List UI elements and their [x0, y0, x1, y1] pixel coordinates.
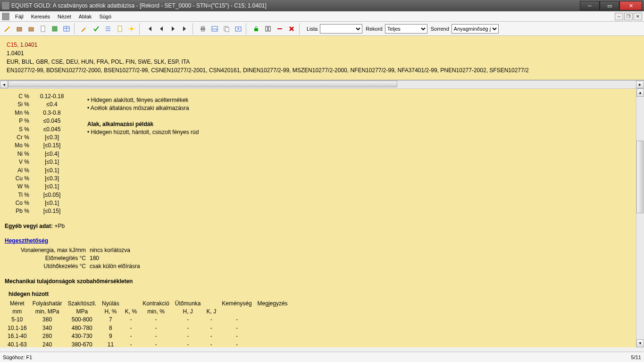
mech-header-cell: [122, 300, 140, 308]
menu-kereses[interactable]: Keresés: [27, 12, 54, 21]
doc-icon[interactable]: [37, 23, 49, 34]
mdi-restore-button[interactable]: ❐: [624, 13, 633, 20]
mech-cell: -: [219, 341, 254, 347]
mech-header-cell: Szakítószil.: [65, 300, 99, 308]
vscroll-up-button[interactable]: ▲: [636, 89, 644, 97]
menu-fajl[interactable]: Fájl: [11, 12, 27, 21]
mech-cell: 340: [30, 324, 65, 332]
chem-element: Mo %: [5, 142, 33, 150]
svg-rect-19: [201, 30, 204, 31]
mech-header-cell: K, J: [204, 308, 219, 316]
rekord-label: Rekord: [366, 26, 382, 32]
menu-nezet[interactable]: Nézet: [54, 12, 75, 21]
book-icon[interactable]: [49, 23, 60, 34]
mech-cell: -: [122, 316, 140, 324]
vscroll-track[interactable]: [636, 97, 644, 339]
minus-icon[interactable]: [274, 23, 285, 34]
mech-cell: -: [204, 316, 219, 324]
hscroll-left-button[interactable]: ◄: [0, 81, 8, 88]
status-right: 5/11: [631, 354, 641, 360]
mech-header-row: MéretFolyáshatárSzakítószil.NyúlásKontra…: [5, 300, 291, 308]
header-hscrollbar[interactable]: ◄ ►: [0, 80, 644, 89]
box2-icon[interactable]: [25, 23, 37, 34]
svg-text:HTM: HTM: [212, 28, 217, 31]
maximize-button[interactable]: ▭: [600, 1, 619, 10]
svg-point-0: [8, 26, 10, 28]
other-chem-value: +Pb: [53, 223, 65, 229]
list-icon[interactable]: [102, 23, 114, 34]
nav-first-icon[interactable]: [144, 23, 155, 34]
chem-row: Al %[≤0.1]: [5, 167, 71, 175]
mech-cell: -: [172, 324, 204, 332]
box-icon[interactable]: [14, 23, 25, 34]
mdi-icon: [2, 13, 9, 20]
chem-row: Cr %[≤0.3]: [5, 134, 71, 142]
chem-row: P %≤0.045: [5, 117, 71, 125]
rekord-select[interactable]: Teljes: [385, 24, 427, 34]
svg-rect-18: [201, 26, 204, 28]
mech-cell: -: [140, 316, 172, 324]
hscroll-thumb[interactable]: [8, 81, 397, 87]
menubar: Fájl Keresés Nézet Ablak Súgó ─ ❐ ✕: [0, 11, 644, 22]
chem-row: Si %≤0.4: [5, 101, 71, 109]
chem-value: [≤0.4]: [33, 150, 71, 158]
copy-icon[interactable]: [221, 23, 232, 34]
print-icon[interactable]: [197, 23, 209, 34]
chemistry-table: C %0.12-0.18Si %≤0.4Mn %0.3-0.8P %≤0.045…: [5, 93, 71, 216]
menu-ablak[interactable]: Ablak: [75, 12, 96, 21]
wand2-icon[interactable]: [79, 23, 90, 34]
sorrend-select[interactable]: Anyagminőség je: [452, 24, 499, 34]
html-icon[interactable]: HTM: [209, 23, 220, 34]
lista-select[interactable]: [320, 24, 362, 34]
mech-cell: -: [219, 316, 254, 324]
mech-header-cell: H, %: [99, 308, 122, 316]
header-standards: EN10277/2-99, BDSEN10277/2-2000, BSEN102…: [7, 66, 637, 75]
check-icon[interactable]: [91, 23, 102, 34]
doc2-icon[interactable]: [114, 23, 125, 34]
vscroll-down-button[interactable]: ▼: [636, 339, 644, 347]
close-button[interactable]: ✕: [619, 1, 642, 10]
chem-value: [≤0.1]: [33, 199, 71, 207]
weld-r1-value: nincs korlátozva: [90, 246, 140, 254]
lock-icon[interactable]: [251, 23, 262, 34]
hscroll-track[interactable]: [8, 81, 636, 88]
chem-element: Cr %: [5, 134, 33, 142]
mech-cell: [255, 341, 291, 347]
material-number: , 1.0401: [17, 42, 37, 48]
mech-cell: -: [140, 341, 172, 347]
nav-prev-icon[interactable]: [156, 23, 167, 34]
minimize-button[interactable]: ─: [580, 1, 600, 10]
note-3: • Hidegen húzott, hántolt, csiszolt fény…: [87, 128, 199, 136]
weldability-link[interactable]: Hegeszthetőség: [5, 237, 48, 244]
mdi-minimize-button[interactable]: ─: [615, 13, 623, 20]
nav-last-icon[interactable]: [179, 23, 191, 34]
weld-r3-label: Utóhőkezelés °C: [5, 262, 90, 270]
vscroll-thumb[interactable]: [636, 141, 644, 213]
chem-element: W %: [5, 183, 33, 191]
menu-sugo[interactable]: Súgó: [95, 12, 115, 21]
hscroll-right-button[interactable]: ►: [636, 81, 644, 88]
svg-rect-25: [254, 28, 258, 31]
svg-rect-4: [52, 26, 57, 31]
mech-header-cell: Nyúlás: [99, 300, 122, 308]
note-1: • Hidegen alakított, fényes acéltermékek: [87, 96, 199, 104]
mech-cell: [255, 316, 291, 324]
chem-value: [≤0.15]: [33, 142, 71, 150]
wand-icon[interactable]: [2, 23, 13, 34]
delete-icon[interactable]: [286, 23, 297, 34]
columns-icon[interactable]: [262, 23, 274, 34]
chem-value: [≤0.1]: [33, 183, 71, 191]
table-icon[interactable]: [61, 23, 72, 34]
chem-value: [≤0.3]: [33, 175, 71, 183]
chem-row: Ti %[≤0.05]: [5, 191, 71, 199]
weld-r2-label: Előmelegítés °C: [5, 254, 90, 262]
mech-cell: 16.1-40: [5, 332, 30, 340]
svg-rect-11: [118, 26, 122, 32]
mdi-close-button[interactable]: ✕: [634, 13, 642, 20]
export-icon[interactable]: [233, 23, 244, 34]
nav-next-icon[interactable]: [167, 23, 179, 34]
mech-header-cell: min, %: [140, 308, 172, 316]
sun-icon[interactable]: [126, 23, 137, 34]
svg-rect-28: [277, 28, 282, 29]
content-vscrollbar[interactable]: ▲ ▼: [636, 89, 644, 347]
